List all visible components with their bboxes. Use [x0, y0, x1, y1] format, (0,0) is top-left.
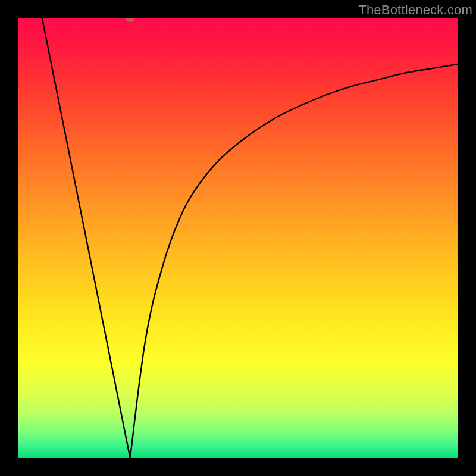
chart-frame: TheBottleneck.com	[0, 0, 476, 476]
curve-right-branch	[130, 64, 458, 458]
bottleneck-trace	[18, 18, 458, 458]
plot-area	[18, 18, 458, 458]
watermark-text: TheBottleneck.com	[358, 2, 472, 18]
curve-left-branch	[42, 18, 130, 458]
